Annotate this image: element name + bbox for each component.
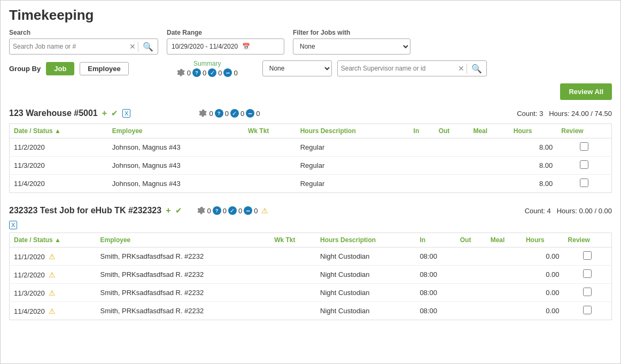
row-hours: 0.00 [522, 247, 564, 266]
review-checkbox[interactable] [580, 142, 588, 151]
add-job2-button[interactable]: + [166, 206, 170, 215]
col-wktkt-2[interactable]: Wk Tkt [270, 233, 316, 247]
review-checkbox[interactable] [583, 288, 592, 296]
job2-warning-icon: ⚠ [261, 206, 268, 215]
job1-gear-icon [199, 109, 207, 118]
row-out [434, 175, 469, 193]
row-review[interactable] [564, 284, 612, 302]
filter-jobs-label: Filter for Jobs with [293, 29, 410, 36]
row-warning-icon: ⚠ [49, 307, 56, 315]
row-date: 11/3/2020 [10, 157, 108, 175]
job-search-box: ✕ 🔍 [9, 38, 158, 55]
col-date-status-1[interactable]: Date / Status ▲ [10, 124, 108, 138]
supervisor-search-clear-button[interactable]: ✕ [456, 64, 467, 73]
row-hoursdesc: Night Custodian [316, 266, 415, 284]
col-employee-1[interactable]: Employee [108, 124, 244, 138]
row-employee: Johnson, Magnus #43 [108, 175, 244, 193]
date-range-picker[interactable]: 10/29/2020 - 11/4/2020 📅 [167, 38, 284, 55]
job1-table-header: Date / Status ▲ Employee Wk Tkt Hours De… [10, 124, 612, 138]
col-out-1[interactable]: Out [434, 124, 469, 138]
filter-jobs-select[interactable]: None Active Inactive [293, 38, 410, 55]
table-row: 11/2/2020 ⚠ Smith, PRKsadfasdfsad R. #22… [10, 266, 612, 284]
job-search-submit-button[interactable]: 🔍 [138, 42, 158, 52]
row-employee: Smith, PRKsadfasdfsad R. #2232 [96, 266, 270, 284]
row-out [456, 302, 486, 320]
row-date: 11/3/2020 ⚠ [10, 284, 96, 302]
col-meal-2[interactable]: Meal [486, 233, 522, 247]
col-out-2[interactable]: Out [456, 233, 486, 247]
col-hours-2[interactable]: Hours [522, 233, 564, 247]
row-employee: Smith, PRKsadfasdfsad R. #2232 [96, 284, 270, 302]
summary-filter-select[interactable]: None [262, 60, 332, 76]
job2-count3: 0 [254, 207, 258, 215]
row-meal [486, 247, 522, 266]
group-by-employee-button[interactable]: Employee [80, 62, 128, 75]
summary-minus-icon: − [223, 68, 232, 77]
approve-job1-button[interactable]: ✔ [111, 109, 118, 118]
job-section-2: 232323 Test Job for eHub TK #232323 + ✔ … [9, 204, 612, 320]
row-review[interactable] [557, 157, 611, 175]
table-row: 11/4/2020 Johnson, Magnus #43 Regular 8.… [10, 175, 612, 193]
col-hoursdesc-2[interactable]: Hours Description [316, 233, 415, 247]
col-employee-2[interactable]: Employee [96, 233, 270, 247]
add-job1-button[interactable]: + [102, 109, 107, 118]
col-hoursdesc-1[interactable]: Hours Description [296, 124, 409, 138]
row-review[interactable] [564, 247, 612, 266]
review-checkbox[interactable] [580, 179, 588, 187]
row-wktkt [270, 266, 316, 284]
excel-job2-button[interactable]: X [9, 221, 17, 229]
summary-label: Summary [193, 60, 221, 67]
row-employee: Johnson, Magnus #43 [108, 157, 244, 175]
col-date-status-2[interactable]: Date / Status ▲ [10, 233, 96, 247]
review-checkbox[interactable] [583, 306, 592, 314]
review-checkbox[interactable] [580, 160, 588, 169]
job-search-input[interactable] [10, 43, 127, 50]
job-title-1: 123 Warehouse #5001 [9, 109, 98, 118]
row-hoursdesc: Night Custodian [316, 247, 415, 266]
row-wktkt [270, 247, 316, 266]
row-review[interactable] [564, 302, 612, 320]
date-range-group: Date Range 10/29/2020 - 11/4/2020 📅 [167, 29, 284, 55]
table-row: 11/2/2020 Johnson, Magnus #43 Regular 8.… [10, 138, 612, 157]
approve-job2-button[interactable]: ✔ [175, 206, 182, 215]
row-out [434, 138, 469, 157]
supervisor-search-input[interactable] [338, 65, 456, 72]
row-in: 08:00 [415, 284, 455, 302]
job2-minus-icon: − [244, 206, 252, 215]
summary-icons: 0 ? 0 ✓ 0 − 0 [177, 68, 238, 77]
row-out [456, 247, 486, 266]
row-hours: 8.00 [509, 175, 557, 193]
row-date: 11/4/2020 ⚠ [10, 302, 96, 320]
summary-gear-icon [177, 68, 185, 77]
col-hours-1[interactable]: Hours [509, 124, 557, 138]
supervisor-search-submit-button[interactable]: 🔍 [467, 64, 486, 74]
col-wktkt-1[interactable]: Wk Tkt [244, 124, 296, 138]
col-meal-1[interactable]: Meal [469, 124, 509, 138]
date-range-label: Date Range [167, 29, 284, 36]
job2-count1: 0 [223, 207, 227, 215]
review-checkbox[interactable] [583, 269, 592, 278]
excel-job1-button[interactable]: X [122, 109, 130, 118]
row-review[interactable] [557, 175, 611, 193]
group-by-job-button[interactable]: Job [46, 62, 74, 75]
job-search-clear-button[interactable]: ✕ [127, 42, 138, 51]
row-hoursdesc: Regular [296, 157, 409, 175]
group-by-label: Group By [9, 65, 41, 73]
row-in [409, 175, 434, 193]
col-in-2[interactable]: In [415, 233, 455, 247]
col-in-1[interactable]: In [409, 124, 434, 138]
row-out [456, 266, 486, 284]
row-in: 08:00 [415, 302, 455, 320]
review-all-button[interactable]: Review All [560, 83, 612, 100]
summary-count-0: 0 [187, 69, 191, 77]
job2-stats: Count: 4 Hours: 0.00 / 0.00 [525, 207, 612, 215]
row-hours: 0.00 [522, 302, 564, 320]
row-hoursdesc: Night Custodian [316, 302, 415, 320]
review-checkbox[interactable] [583, 251, 592, 260]
row-review[interactable] [564, 266, 612, 284]
row-meal [486, 302, 522, 320]
job-section-1: 123 Warehouse #5001 + ✔ X 0 ? 0 ✓ 0 − 0 … [9, 106, 612, 193]
row-review[interactable] [557, 138, 611, 157]
row-warning-icon: ⚠ [49, 270, 56, 279]
row-meal [486, 266, 522, 284]
